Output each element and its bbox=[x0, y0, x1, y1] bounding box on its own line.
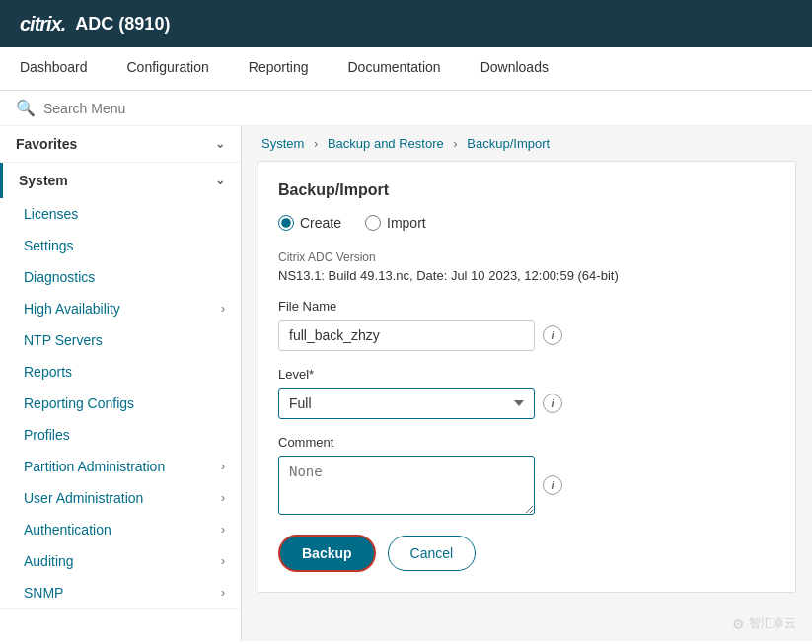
breadcrumb-separator: › bbox=[314, 136, 318, 151]
tab-dashboard[interactable]: Dashboard bbox=[0, 47, 108, 90]
radio-create-label: Create bbox=[300, 215, 341, 231]
tab-downloads[interactable]: Downloads bbox=[461, 47, 568, 90]
sidebar-item-label: Reporting Configs bbox=[24, 395, 134, 411]
breadcrumb-system[interactable]: System bbox=[261, 136, 304, 151]
radio-import-input[interactable] bbox=[365, 215, 381, 231]
arrow-icon: › bbox=[221, 554, 225, 568]
sidebar-item-label: SNMP bbox=[24, 585, 63, 601]
level-field: Level* Full Basic i bbox=[278, 367, 775, 419]
file-name-info-icon[interactable]: i bbox=[543, 325, 562, 345]
radio-import[interactable]: Import bbox=[365, 215, 426, 231]
sidebar-favorites-label: Favorites bbox=[16, 136, 77, 152]
file-name-input[interactable] bbox=[278, 320, 535, 351]
arrow-icon: › bbox=[221, 491, 225, 505]
sidebar-item-ntp-servers[interactable]: NTP Servers bbox=[0, 324, 241, 356]
sidebar-system-header[interactable]: System ⌄ bbox=[0, 163, 241, 198]
citrix-logo: citrix. bbox=[20, 13, 65, 36]
sidebar-item-snmp[interactable]: SNMP › bbox=[0, 577, 241, 608]
sidebar-item-label: Auditing bbox=[24, 553, 74, 569]
breadcrumb: System › Backup and Restore › Backup/Imp… bbox=[242, 126, 812, 161]
sidebar-item-profiles[interactable]: Profiles bbox=[0, 419, 241, 451]
cancel-button[interactable]: Cancel bbox=[388, 536, 477, 571]
sidebar-item-diagnostics[interactable]: Diagnostics bbox=[0, 261, 241, 293]
search-input[interactable] bbox=[43, 101, 221, 116]
search-icon: 🔍 bbox=[16, 99, 36, 117]
level-row: Full Basic i bbox=[278, 388, 775, 419]
sidebar-item-authentication[interactable]: Authentication › bbox=[0, 514, 241, 545]
sidebar-system-label: System bbox=[19, 173, 68, 188]
sidebar-item-label: User Administration bbox=[24, 490, 143, 506]
version-section: Citrix ADC Version NS13.1: Build 49.13.n… bbox=[278, 250, 775, 283]
arrow-icon: › bbox=[221, 460, 225, 473]
comment-label: Comment bbox=[278, 435, 775, 450]
level-info-icon[interactable]: i bbox=[543, 394, 562, 413]
arrow-icon: › bbox=[221, 586, 225, 600]
version-value: NS13.1: Build 49.13.nc, Date: Jul 10 202… bbox=[278, 268, 775, 283]
sidebar-item-label: NTP Servers bbox=[24, 332, 103, 348]
watermark-text: 智汇卓云 bbox=[749, 615, 796, 632]
main-layout: Favorites ⌄ System ⌄ Licenses Settings D… bbox=[0, 126, 812, 641]
favorites-chevron-icon: ⌄ bbox=[215, 137, 225, 151]
breadcrumb-backup-restore[interactable]: Backup and Restore bbox=[328, 136, 444, 151]
sidebar-item-user-administration[interactable]: User Administration › bbox=[0, 482, 241, 514]
radio-create[interactable]: Create bbox=[278, 215, 341, 231]
sidebar-favorites-section: Favorites ⌄ bbox=[0, 126, 241, 163]
top-header: citrix. ADC (8910) bbox=[0, 0, 812, 47]
arrow-icon: › bbox=[221, 523, 225, 537]
button-row: Backup Cancel bbox=[278, 535, 775, 572]
sidebar-item-label: Settings bbox=[24, 238, 74, 253]
content-area: System › Backup and Restore › Backup/Imp… bbox=[242, 126, 812, 641]
version-label: Citrix ADC Version bbox=[278, 250, 775, 264]
arrow-icon: › bbox=[221, 302, 225, 316]
sidebar-item-label: Reports bbox=[24, 364, 72, 380]
gear-icon: ⚙ bbox=[732, 616, 745, 632]
sidebar-system-section: System ⌄ Licenses Settings Diagnostics H… bbox=[0, 163, 241, 609]
file-name-field: File Name i bbox=[278, 299, 775, 351]
comment-info-icon[interactable]: i bbox=[543, 475, 562, 495]
level-label: Level* bbox=[278, 367, 775, 382]
search-bar: 🔍 bbox=[0, 91, 812, 126]
logo: citrix. ADC (8910) bbox=[20, 13, 170, 36]
sidebar-item-label: Licenses bbox=[24, 206, 78, 222]
system-chevron-icon: ⌄ bbox=[215, 174, 225, 187]
sidebar-item-reporting-configs[interactable]: Reporting Configs bbox=[0, 388, 241, 419]
tab-configuration[interactable]: Configuration bbox=[108, 47, 229, 90]
file-name-row: i bbox=[278, 320, 775, 351]
sidebar-item-partition-administration[interactable]: Partition Administration › bbox=[0, 451, 241, 482]
form-title: Backup/Import bbox=[278, 181, 775, 199]
sidebar-item-high-availability[interactable]: High Availability › bbox=[0, 293, 241, 324]
sidebar-item-label: High Availability bbox=[24, 301, 120, 317]
sidebar-item-auditing[interactable]: Auditing › bbox=[0, 545, 241, 577]
comment-field: Comment i bbox=[278, 435, 775, 515]
breadcrumb-current: Backup/Import bbox=[467, 136, 550, 151]
sidebar-item-label: Profiles bbox=[24, 427, 70, 443]
tab-documentation[interactable]: Documentation bbox=[328, 47, 460, 90]
tab-reporting[interactable]: Reporting bbox=[229, 47, 329, 90]
sidebar-item-label: Diagnostics bbox=[24, 269, 95, 285]
form-card: Backup/Import Create Import Citrix ADC V… bbox=[258, 161, 796, 593]
radio-create-input[interactable] bbox=[278, 215, 294, 231]
breadcrumb-separator-2: › bbox=[453, 136, 457, 151]
sidebar-item-settings[interactable]: Settings bbox=[0, 230, 241, 261]
nav-tabs: Dashboard Configuration Reporting Docume… bbox=[0, 47, 812, 91]
radio-group: Create Import bbox=[278, 215, 775, 231]
level-select[interactable]: Full Basic bbox=[278, 388, 535, 419]
sidebar-favorites-header[interactable]: Favorites ⌄ bbox=[0, 126, 241, 162]
sidebar-item-licenses[interactable]: Licenses bbox=[0, 198, 241, 230]
footer-watermark: ⚙ 智汇卓云 bbox=[732, 615, 796, 632]
app-title: ADC (8910) bbox=[75, 14, 170, 35]
file-name-label: File Name bbox=[278, 299, 775, 314]
radio-import-label: Import bbox=[387, 215, 426, 231]
sidebar-item-reports[interactable]: Reports bbox=[0, 356, 241, 388]
sidebar-item-label: Authentication bbox=[24, 522, 111, 537]
comment-input[interactable] bbox=[278, 456, 535, 515]
backup-button[interactable]: Backup bbox=[278, 535, 376, 572]
sidebar-item-label: Partition Administration bbox=[24, 459, 165, 474]
comment-row: i bbox=[278, 456, 775, 515]
sidebar: Favorites ⌄ System ⌄ Licenses Settings D… bbox=[0, 126, 242, 641]
